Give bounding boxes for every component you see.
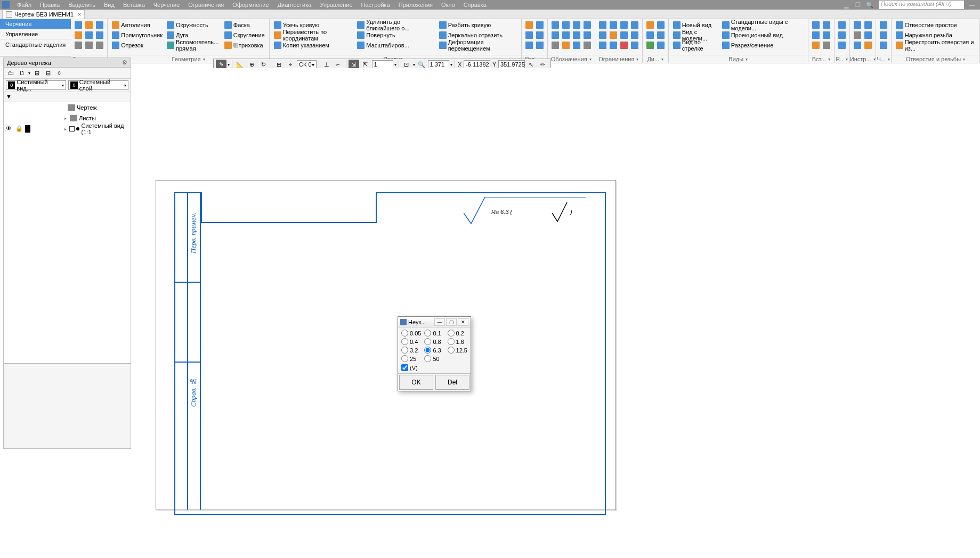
radio-005[interactable]: 0.05	[401, 330, 421, 337]
con3-icon[interactable]	[597, 40, 608, 50]
dim5-icon[interactable]	[534, 30, 545, 40]
filter-input[interactable]	[15, 94, 128, 100]
window-minimize-icon[interactable]: —	[967, 1, 977, 9]
section-button[interactable]: Разрез/сечение	[720, 40, 806, 50]
layer-combo[interactable]: 0 Системный слой▾	[68, 80, 128, 90]
zoom-value[interactable]: 1.371	[428, 60, 449, 69]
coord-system-combo[interactable]: СК 0 ▾	[297, 60, 317, 69]
con11-icon[interactable]	[629, 30, 640, 40]
deform-button[interactable]: Деформация перемещением	[437, 40, 519, 50]
annot8-icon[interactable]	[571, 30, 582, 40]
gear-icon[interactable]: ⚙	[122, 59, 127, 66]
dim6-icon[interactable]	[534, 40, 545, 50]
ok-button[interactable]: OK	[399, 375, 433, 390]
search-icon[interactable]: 🔍	[865, 1, 874, 9]
del-button[interactable]: Del	[435, 375, 469, 390]
annot10-icon[interactable]	[582, 20, 593, 30]
radio-02[interactable]: 0.2	[448, 330, 467, 337]
chamfer-button[interactable]: Фаска	[222, 20, 267, 30]
c1-icon[interactable]	[878, 20, 889, 30]
c2-icon[interactable]	[878, 30, 889, 40]
radio-16[interactable]: 1.6	[448, 338, 467, 345]
annot7-icon[interactable]	[571, 20, 582, 30]
con6-icon[interactable]	[608, 40, 619, 50]
con1-icon[interactable]	[597, 20, 608, 30]
v-checkbox[interactable]: (V)	[401, 364, 467, 371]
radio-32[interactable]: 3.2	[401, 347, 421, 354]
menu-format[interactable]: Оформление	[228, 2, 273, 8]
radio-50[interactable]: 50	[424, 355, 444, 362]
menu-insert[interactable]: Вставка	[119, 2, 149, 8]
annot2-icon[interactable]	[550, 30, 561, 40]
menu-edit[interactable]: Правка	[36, 2, 64, 8]
x-coord[interactable]: -6.11382	[464, 60, 490, 69]
lock-icon[interactable]: 🔒	[15, 125, 22, 132]
con7-icon[interactable]	[619, 20, 629, 30]
circle-button[interactable]: Окружность	[165, 20, 222, 30]
folder-icon[interactable]	[84, 20, 94, 30]
arrow-view-button[interactable]: Вид по стрелке	[671, 40, 720, 50]
aux-line-button[interactable]: Вспомогатель... прямая	[165, 40, 222, 50]
t6-icon[interactable]	[863, 40, 873, 50]
close-tab-icon[interactable]: ×	[78, 11, 81, 18]
fillet-button[interactable]: Скругление	[222, 30, 267, 40]
dim1-icon[interactable]	[524, 20, 534, 30]
r3-icon[interactable]	[837, 40, 847, 50]
menu-window[interactable]: Окно	[437, 2, 459, 8]
menu-manage[interactable]: Управление	[315, 2, 357, 8]
tree-root[interactable]: Чертеж	[4, 102, 131, 113]
dialog-titlebar[interactable]: Неук... — ▢ ✕	[398, 317, 471, 327]
hole-simple-button[interactable]: Отверстие простое	[894, 20, 977, 30]
menu-settings[interactable]: Настройка	[357, 2, 394, 8]
annot6-icon[interactable]	[561, 40, 571, 50]
view-combo[interactable]: 0 Системный вид...▾	[6, 80, 66, 90]
tree-btn1-icon[interactable]: 🗀	[6, 69, 15, 77]
color-swatch[interactable]	[25, 125, 30, 133]
radio-63[interactable]: 6.3	[424, 347, 444, 354]
tree-sysview[interactable]: 👁 🔒 ▸ Системный вид (1:1	[4, 124, 131, 134]
con5-icon[interactable]	[608, 30, 619, 40]
split-button[interactable]: Разбить кривую	[437, 20, 519, 30]
annot11-icon[interactable]	[582, 30, 593, 40]
dim2-icon[interactable]	[524, 30, 534, 40]
con2-icon[interactable]	[597, 30, 608, 40]
diag6-icon[interactable]	[655, 40, 666, 50]
t2-icon[interactable]	[852, 30, 863, 40]
diag2-icon[interactable]	[645, 30, 655, 40]
print-icon[interactable]	[73, 40, 84, 50]
save-icon[interactable]	[94, 20, 105, 30]
radio-25[interactable]: 25	[401, 355, 421, 362]
copy-ref-button[interactable]: Копия указанием	[272, 40, 355, 50]
ribbon-tab-standard-parts[interactable]: Стандартные изделия	[0, 39, 71, 56]
annot12-icon[interactable]	[582, 40, 593, 50]
copy-icon[interactable]	[84, 40, 94, 50]
con12-icon[interactable]	[629, 40, 640, 50]
diag5-icon[interactable]	[655, 30, 666, 40]
ribbon-tab-drafting[interactable]: Черчение	[0, 19, 71, 29]
ins6-icon[interactable]	[821, 40, 832, 50]
tree-btn3-icon[interactable]: ⊞	[32, 69, 42, 77]
t1-icon[interactable]	[852, 20, 863, 30]
document-tab[interactable]: Чертеж БЕЗ ИМЕНИ1 ×	[2, 10, 85, 19]
con9-icon[interactable]	[619, 40, 629, 50]
menu-constraints[interactable]: Ограничения	[184, 2, 228, 8]
t3-icon[interactable]	[852, 40, 863, 50]
open-doc-icon[interactable]	[73, 30, 84, 40]
redo-icon[interactable]	[94, 30, 105, 40]
con4-icon[interactable]	[608, 20, 619, 30]
rebuild-holes-button[interactable]: Перестроить отверстия и из...	[894, 40, 977, 50]
ribbon-tab-manage[interactable]: Управление	[0, 29, 71, 39]
scale-button[interactable]: Масштабиров...	[355, 40, 436, 50]
std-views-button[interactable]: Стандартные виды с модели...	[720, 20, 806, 30]
dialog-maximize-icon[interactable]: ▢	[446, 318, 457, 326]
annot9-icon[interactable]	[571, 40, 582, 50]
drawing-canvas[interactable]: Перв. примен. Справ. № Ra 6.3 ( ) Неук..…	[133, 68, 980, 558]
tree-sheets[interactable]: ▸ Листы	[4, 113, 131, 124]
rectangle-button[interactable]: Прямоугольник	[110, 30, 165, 40]
menu-draft[interactable]: Черчение	[149, 2, 184, 8]
dim4-icon[interactable]	[534, 20, 545, 30]
ins3-icon[interactable]	[811, 40, 821, 50]
menu-select[interactable]: Выделить	[64, 2, 100, 8]
rotate-button[interactable]: Повернуть	[355, 30, 436, 40]
radio-04[interactable]: 0.4	[401, 338, 421, 345]
